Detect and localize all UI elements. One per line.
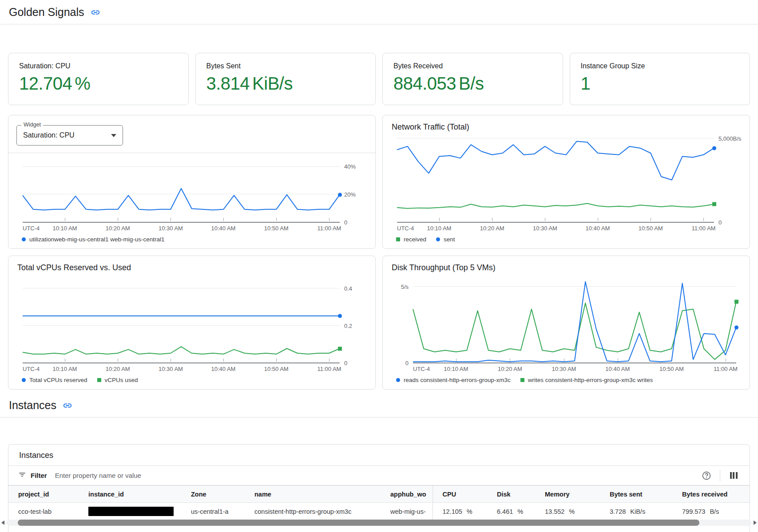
chart-title: Network Traffic (Total) bbox=[391, 122, 742, 132]
horizontal-scrollbar bbox=[0, 518, 758, 527]
column-header-project-id[interactable]: project_id bbox=[8, 486, 79, 503]
scorecard-label: Saturation: CPU bbox=[19, 62, 178, 70]
y-axis-tick-label: 0 bbox=[344, 219, 347, 226]
column-header-memory[interactable]: Memory bbox=[535, 486, 600, 503]
chart-plot-area: 0.40.20 bbox=[23, 279, 340, 363]
scorecard-instance-group-size: Instance Group Size 1 bbox=[570, 53, 750, 105]
scorecard-value: 12.704% bbox=[19, 74, 178, 94]
series-endpoint-marker bbox=[712, 146, 716, 150]
scorecard-number: 12.704 bbox=[19, 74, 72, 94]
legend-item: vCPUs used bbox=[97, 377, 138, 383]
x-axis-labels: UTC-410:10 AM10:20 AM10:30 AM10:40 AM10:… bbox=[23, 363, 340, 374]
instances-table: project_id instance_id Zone name apphub_… bbox=[8, 485, 750, 520]
x-axis-tick-label: 10:20 AM bbox=[480, 225, 504, 232]
chart-plot-area: 5,000B/s0 bbox=[397, 138, 714, 222]
cell-zone: us-central1-a bbox=[181, 503, 245, 520]
legend-item: sent bbox=[436, 236, 455, 243]
legend-dot-icon bbox=[22, 237, 26, 241]
filter-list-icon bbox=[18, 471, 26, 481]
instances-header: Instances bbox=[0, 393, 758, 418]
cell-memory: 13.552% bbox=[535, 503, 600, 520]
series-endpoint-marker bbox=[734, 325, 738, 329]
legend-label: received bbox=[404, 236, 426, 243]
x-axis-labels: UTC-410:10 AM10:20 AM10:30 AM10:40 AM10:… bbox=[23, 222, 340, 233]
chart-legend: Total vCPUs reservedvCPUs used bbox=[22, 374, 367, 386]
legend-square-icon bbox=[396, 237, 400, 241]
scorecard-unit: KiB/s bbox=[252, 74, 293, 94]
help-circle-icon[interactable] bbox=[700, 469, 713, 482]
x-axis-labels: UTC-410:10 AM10:20 AM10:30 AM10:40 AM10:… bbox=[413, 363, 736, 374]
widget-select[interactable]: Widget Saturation: CPU bbox=[16, 125, 123, 146]
chart-canvas bbox=[23, 279, 340, 363]
y-axis-tick-label: 0 bbox=[405, 360, 409, 366]
column-header-disk[interactable]: Disk bbox=[487, 486, 535, 503]
scorecard-value: 3.814KiB/s bbox=[206, 74, 365, 94]
column-header-name[interactable]: name bbox=[245, 486, 381, 503]
scorecard-saturation-cpu: Saturation: CPU 12.704% bbox=[8, 53, 189, 105]
cell-bytes-sent: 3.728KiB/s bbox=[600, 503, 672, 520]
x-axis-tick-label: 10:10 AM bbox=[52, 225, 77, 232]
scorecard-value: 884.053B/s bbox=[393, 74, 552, 94]
right-arrow-icon[interactable] bbox=[754, 520, 757, 525]
chart-legend: receivedsent bbox=[396, 233, 742, 245]
widget-head: Widget Saturation: CPU bbox=[8, 122, 375, 153]
column-header-cpu[interactable]: CPU bbox=[433, 486, 487, 503]
cell-bytes-received: 799.573B/s bbox=[672, 503, 750, 520]
y-axis-tick-label: 0.4 bbox=[344, 285, 352, 292]
scrollbar-thumb[interactable] bbox=[18, 520, 699, 526]
x-axis-tick-label: 11:00 AM bbox=[714, 366, 738, 372]
filter-input[interactable]: Enter property name or value bbox=[55, 472, 700, 479]
chart-title: Disk Throughput (Top 5 VMs) bbox=[391, 262, 742, 272]
y-axis-tick-label: 0.2 bbox=[344, 322, 352, 329]
y-axis-tick-label: 20% bbox=[344, 191, 356, 197]
legend-square-icon bbox=[520, 378, 524, 382]
chart-legend: reads consistent-http-errors-group-xm3cw… bbox=[396, 374, 742, 386]
x-axis-tick-label: 10:30 AM bbox=[159, 225, 183, 232]
widget-select-value: Saturation: CPU bbox=[23, 131, 111, 139]
cell-apphub-workload: web-mig-us- bbox=[381, 503, 433, 520]
left-arrow-icon[interactable] bbox=[1, 520, 4, 525]
filter-button[interactable]: Filter bbox=[18, 471, 47, 481]
legend-label: vCPUs used bbox=[105, 377, 138, 383]
x-axis-tick-label: 10:40 AM bbox=[211, 366, 235, 372]
column-header-bytes-received[interactable]: Bytes received bbox=[672, 486, 750, 503]
x-axis-tick-label: 10:50 AM bbox=[639, 225, 663, 232]
legend-item: received bbox=[396, 236, 426, 243]
widget-select-label: Widget bbox=[21, 122, 43, 128]
chart-title: Total vCPUs Reserved vs. Used bbox=[16, 262, 367, 272]
x-axis-tick-label: 10:20 AM bbox=[106, 366, 130, 372]
link-icon[interactable] bbox=[91, 8, 100, 17]
cell-name: consistent-http-errors-group-xm3c bbox=[245, 503, 381, 520]
column-header-apphub-workload[interactable]: apphub_wo bbox=[381, 486, 433, 503]
chart-legend: utilizationweb-mig-us-central1 web-mig-u… bbox=[22, 233, 367, 245]
table-row[interactable]: cco-test-lab us-central1-a consistent-ht… bbox=[8, 503, 750, 520]
scorecard-number: 3.814 bbox=[206, 74, 250, 94]
column-header-bytes-sent[interactable]: Bytes sent bbox=[600, 486, 672, 503]
section-title-instances: Instances bbox=[9, 399, 56, 412]
legend-label: Total vCPUs reserved bbox=[29, 377, 87, 383]
column-chooser-icon[interactable] bbox=[727, 469, 740, 482]
legend-label: utilizationweb-mig-us-central1 web-mig-u… bbox=[29, 236, 165, 243]
y-axis-tick-label: 5,000B/s bbox=[718, 135, 741, 142]
x-axis-tick-label: 10:10 AM bbox=[52, 366, 77, 372]
series-endpoint-marker bbox=[734, 299, 738, 303]
y-axis-tick-label: 0 bbox=[718, 219, 722, 226]
scorecard-label: Bytes Sent bbox=[206, 62, 365, 70]
scorecard-label: Instance Group Size bbox=[581, 62, 739, 70]
golden-signals-header: Golden Signals bbox=[0, 0, 758, 24]
chart-card-vcpus: Total vCPUs Reserved vs. Used 0.40.20UTC… bbox=[8, 256, 376, 390]
legend-item: Total vCPUs reserved bbox=[22, 377, 87, 383]
legend-dot-icon bbox=[22, 378, 26, 382]
column-header-instance-id[interactable]: instance_id bbox=[79, 486, 181, 503]
legend-label: writes consistent-http-errors-group-xm3c… bbox=[528, 377, 653, 383]
vcpus-chart: 0.40.20UTC-410:10 AM10:20 AM10:30 AM10:4… bbox=[16, 272, 367, 386]
column-header-zone[interactable]: Zone bbox=[181, 486, 245, 503]
timezone-label: UTC-4 bbox=[413, 366, 430, 372]
timezone-label: UTC-4 bbox=[23, 225, 40, 232]
x-axis-tick-label: 10:30 AM bbox=[552, 366, 576, 372]
series-endpoint-marker bbox=[338, 193, 342, 197]
x-axis-tick-label: 10:30 AM bbox=[159, 366, 183, 372]
x-axis-tick-label: 10:40 AM bbox=[211, 225, 235, 232]
x-axis-tick-label: 10:10 AM bbox=[444, 366, 468, 372]
link-icon[interactable] bbox=[63, 401, 72, 410]
